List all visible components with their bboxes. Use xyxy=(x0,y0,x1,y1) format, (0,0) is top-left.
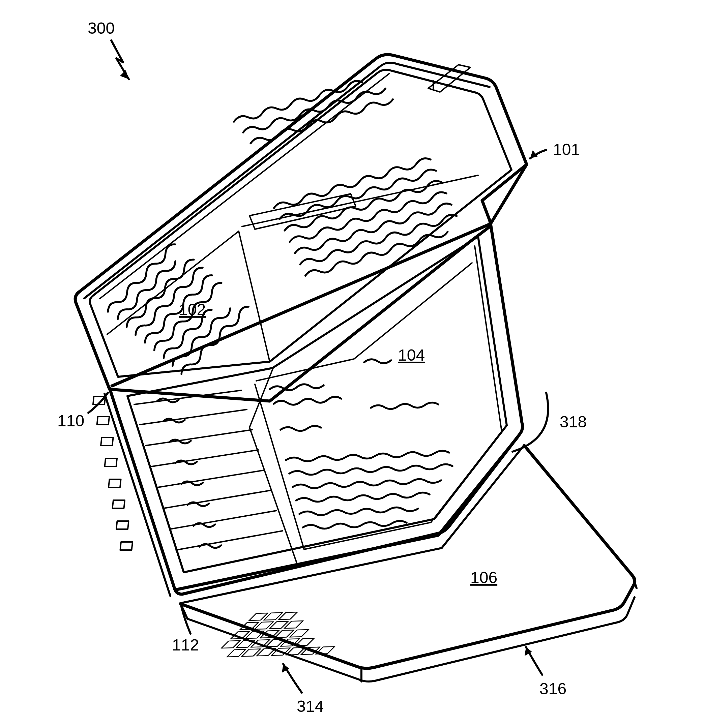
label-101: 101 xyxy=(553,140,580,158)
keyboard-icon-grid xyxy=(213,610,372,657)
svg-rect-1 xyxy=(97,417,110,425)
label-316: 316 xyxy=(539,680,567,698)
label-110: 110 xyxy=(57,412,84,430)
squiggle-lines-middle-right xyxy=(270,359,452,529)
label-102: 102 xyxy=(179,300,206,319)
svg-rect-3 xyxy=(105,458,117,467)
label-112: 112 xyxy=(172,636,199,654)
leader-314 xyxy=(282,664,302,693)
patent-figure: 300 101 102 104 106 110 112 318 314 316 xyxy=(0,0,704,728)
squiggle-lines-top-left xyxy=(99,242,256,375)
label-314: 314 xyxy=(297,697,324,715)
label-300: 300 xyxy=(88,19,115,37)
label-106: 106 xyxy=(470,569,497,586)
label-318: 318 xyxy=(560,413,587,431)
svg-rect-5 xyxy=(113,500,125,508)
label-104: 104 xyxy=(398,346,425,364)
figure-ref-arrow xyxy=(111,40,129,79)
svg-rect-7 xyxy=(120,542,133,550)
leader-316 xyxy=(525,647,542,675)
svg-rect-6 xyxy=(116,521,129,529)
svg-rect-2 xyxy=(101,438,113,446)
svg-rect-4 xyxy=(108,479,121,487)
leader-101 xyxy=(530,150,546,158)
squiggle-lines-top-right-upper xyxy=(231,80,460,277)
